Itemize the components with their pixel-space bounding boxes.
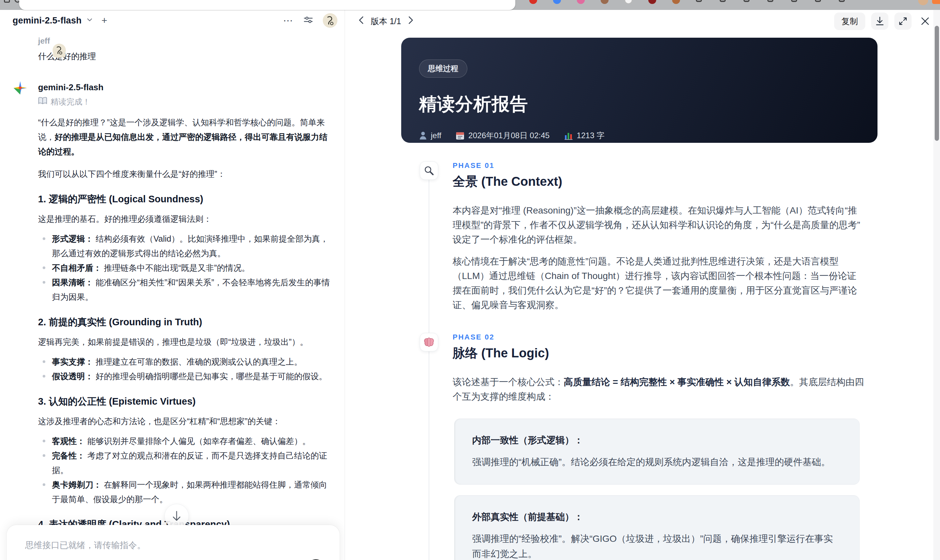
arrow-down-icon — [172, 511, 182, 522]
copy-button[interactable]: 复制 — [834, 12, 865, 30]
phase-2-body: 该论述基于一个核心公式：高质量结论 = 结构完整性 × 事实准确性 × 认知自律… — [453, 375, 865, 404]
person-icon — [419, 131, 427, 140]
book-icon — [38, 97, 47, 107]
more-options-button[interactable]: ⋯ — [283, 15, 294, 25]
extension-icon[interactable] — [744, 0, 749, 2]
artifact-scroll-area[interactable]: 思维过程 精读分析报告 jeff 2026年01月08日 02:45 — [345, 32, 933, 560]
section-intro: 这是推理的基石。好的推理必须遵循逻辑法则： — [38, 212, 330, 226]
expand-icon — [898, 17, 908, 26]
extension-icon[interactable] — [553, 0, 561, 4]
settings-sliders-icon[interactable] — [303, 15, 314, 26]
new-chat-button[interactable]: + — [102, 15, 108, 25]
phase-1-header: PHASE 01 全景 (The Context) — [401, 162, 877, 190]
browser-profile-avatar[interactable] — [918, 0, 928, 5]
extension-icon[interactable] — [839, 0, 845, 2]
browser-back-icon[interactable] — [4, 0, 10, 3]
report-author: jeff — [431, 131, 442, 140]
card-title: 外部真实性（前提基础）： — [472, 511, 841, 523]
phase-1-body: 本内容是对“推理 (Reasoning)”这一抽象概念的高层建模。在知识爆炸与人… — [453, 203, 865, 312]
phase-label: PHASE 01 — [453, 162, 562, 170]
card-title: 内部一致性（形式逻辑）： — [472, 434, 841, 447]
user-message: jeff 什么是好的推理 — [38, 36, 329, 62]
lead-text: 我们可以从以下四个维度来衡量什么是“好的推理”： — [38, 167, 330, 181]
list-item: 奥卡姆剃刀： 在解释同一个现象时，如果两种推理都能站得住脚，通常倾向于最简单、假… — [38, 477, 330, 506]
bar-chart-icon — [564, 131, 573, 140]
extension-icon[interactable] — [696, 0, 702, 2]
message-author: jeff — [38, 36, 329, 46]
user-avatar — [52, 44, 66, 57]
report-phases: PHASE 01 全景 (The Context) 本内容是对“推理 (Reas… — [401, 162, 877, 560]
extension-icon[interactable] — [577, 0, 585, 4]
browser-url-bar[interactable] — [19, 0, 515, 10]
chat-scroll-area[interactable]: jeff 什么是好的推理 gemini-2.5-flash — [0, 31, 345, 560]
report-hero-card: 思维过程 精读分析报告 jeff 2026年01月08日 02:45 — [401, 38, 877, 143]
browser-edge-icon[interactable] — [932, 0, 940, 4]
bullet-list: 客观性： 能够识别并尽量排除个人偏见（如幸存者偏差、确认偏差）。 完备性： 考虑… — [38, 434, 330, 506]
phase-label: PHASE 02 — [453, 333, 549, 342]
composer-placeholder[interactable]: 思维接口已就绪，请传输指令。 — [25, 540, 321, 551]
download-button[interactable] — [871, 12, 888, 30]
list-item: 不自相矛盾： 推理链条中不能出现“既是又非”的情况。 — [38, 260, 330, 275]
list-item: 完备性： 考虑了对立的观点和潜在的反证，而不是只选择支持自己结论的证据。 — [38, 448, 330, 477]
magnifier-icon — [420, 162, 438, 180]
composer[interactable]: 思维接口已就绪，请传输指令。 — [7, 525, 340, 560]
assistant-message: gemini-2.5-flash 精读完成！ “什么是好的推理？”这是一个涉及逻… — [38, 82, 329, 560]
message-text: 什么是好的推理 — [38, 51, 329, 62]
dimension-card: 外部真实性（前提基础）： 强调推理的“经验校准”。解决“GIGO（垃圾进，垃圾出… — [454, 495, 860, 560]
bullet-list: 形式逻辑： 结构必须有效（Valid）。比如演绎推理中，如果前提全部为真，那么通… — [38, 231, 330, 304]
extension-icon[interactable] — [529, 0, 537, 4]
report-datetime: 2026年01月08日 02:45 — [468, 130, 550, 141]
calendar-icon — [456, 131, 464, 140]
dimension-cards: 内部一致性（形式逻辑）： 强调推理的“机械正确”。结论必须在给定的规则系统内逻辑… — [454, 418, 860, 560]
artifact-toolbar: 版本 1/1 复制 — [345, 10, 940, 32]
report-badge: 思维过程 — [419, 60, 467, 78]
artifact-panel: 版本 1/1 复制 — [345, 10, 940, 560]
scroll-to-bottom-button[interactable] — [164, 504, 189, 528]
scrollbar-thumb[interactable] — [935, 26, 939, 141]
timeline-line — [428, 171, 429, 560]
assistant-status: 精读完成！ — [38, 97, 329, 107]
gemini-star-icon — [13, 81, 27, 95]
phase-paragraph: 核心情境在于解决“思考的随意性”问题。不论是人类通过批判性思维进行决策，还是大语… — [453, 254, 865, 312]
section-heading: 2. 前提的真实性 (Grounding in Truth) — [38, 315, 330, 329]
report-meta: jeff 2026年01月08日 02:45 1213 字 — [419, 130, 860, 141]
intro-bold-text: 好的推理是从已知信息出发，通过严密的逻辑路径，得出可靠且有说服力结论的过程。 — [38, 132, 327, 156]
extension-icon[interactable] — [672, 0, 680, 4]
bullet-list: 事实支撑： 推理建立在可靠的数据、准确的观测或公认的真理之上。 假设透明： 好的… — [38, 354, 330, 383]
status-text: 精读完成！ — [51, 97, 90, 107]
extension-icon[interactable] — [648, 0, 656, 4]
report-title: 精读分析报告 — [419, 92, 860, 116]
list-item: 事实支撑： 推理建立在可靠的数据、准确的观测或公认的真理之上。 — [38, 354, 330, 369]
list-item: 因果清晰： 能准确区分“相关性”和“因果关系”，不会轻率地将先后发生的事情归为因… — [38, 275, 330, 304]
expand-button[interactable] — [894, 12, 912, 30]
chevron-down-icon[interactable] — [86, 17, 93, 25]
card-text: 强调推理的“经验校准”。解决“GIGO（垃圾进，垃圾出）”问题，确保推理引擎运行… — [472, 531, 841, 560]
browser-chrome — [0, 0, 940, 10]
extension-icon[interactable] — [791, 0, 797, 2]
download-icon — [875, 17, 884, 26]
brain-icon — [420, 333, 438, 351]
user-avatar[interactable] — [323, 13, 337, 28]
chat-header: gemini-2.5-flash + ⋯ — [0, 10, 345, 29]
extension-icon[interactable] — [720, 0, 726, 2]
model-selector[interactable]: gemini-2.5-flash — [12, 15, 82, 26]
scrollbar-track[interactable] — [933, 10, 940, 560]
section-heading: 3. 认知的公正性 (Epistemic Virtues) — [38, 395, 330, 408]
dimension-card: 内部一致性（形式逻辑）： 强调推理的“机械正确”。结论必须在给定的规则系统内逻辑… — [454, 418, 860, 485]
phase-paragraph: 本内容是对“推理 (Reasoning)”这一抽象概念的高层建模。在知识爆炸与人… — [453, 203, 865, 247]
phase-paragraph: 该论述基于一个核心公式：高质量结论 = 结构完整性 × 事实准确性 × 认知自律… — [453, 375, 865, 404]
extension-icon[interactable] — [624, 0, 632, 4]
extension-icon[interactable] — [601, 0, 609, 4]
version-prev-button[interactable] — [358, 16, 364, 26]
version-next-button[interactable] — [408, 16, 414, 26]
list-item: 客观性： 能够识别并尽量排除个人偏见（如幸存者偏差、确认偏差）。 — [38, 434, 330, 448]
extension-icon[interactable] — [767, 0, 773, 2]
phase-title: 脉络 (The Logic) — [453, 345, 549, 362]
close-button[interactable] — [917, 14, 933, 29]
chat-panel: gemini-2.5-flash + ⋯ — [0, 10, 345, 560]
extension-icon[interactable] — [815, 0, 821, 2]
card-text: 强调推理的“机械正确”。结论必须在给定的规则系统内逻辑自洽，这是推理的硬件基础。 — [472, 455, 841, 470]
list-item: 形式逻辑： 结构必须有效（Valid）。比如演绎推理中，如果前提全部为真，那么通… — [38, 231, 330, 260]
close-icon — [921, 17, 929, 25]
assistant-markdown: “什么是好的推理？”这是一个涉及逻辑学、认知科学和哲学核心的问题。简单来说，好的… — [38, 115, 330, 560]
